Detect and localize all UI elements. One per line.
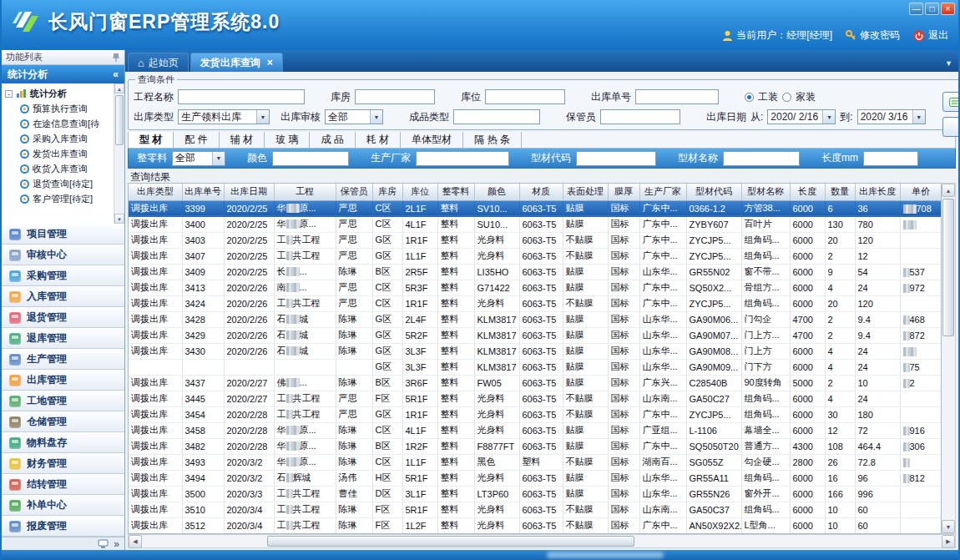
horizontal-scrollbar[interactable]: ◀ ▶: [128, 534, 956, 548]
material-tab-1[interactable]: 型 材: [129, 132, 174, 148]
logout-button[interactable]: 退出: [913, 28, 948, 43]
table-row[interactable]: G区3L3F整料KLM38176063-T5贴膜国标山东华...GA90M09.…: [129, 359, 942, 375]
column-header[interactable]: 工程: [274, 184, 336, 200]
minimize-button[interactable]: —: [909, 3, 923, 15]
sidebar-module-12[interactable]: 财务管理: [2, 453, 124, 474]
table-row[interactable]: 调拨出库34452020/2/27工共工程严思F区5R1F整料光身料6063-T…: [129, 391, 942, 406]
color-input[interactable]: [272, 151, 349, 166]
scroll-down-icon[interactable]: ▼: [114, 214, 124, 224]
chevrons-right-icon[interactable]: »: [114, 538, 119, 550]
tree-item-6[interactable]: 退货查询[待定]: [5, 176, 113, 191]
sidebar-module-5[interactable]: 退货管理: [2, 307, 124, 328]
whole-part-select[interactable]: 全部 ▼: [172, 151, 225, 166]
tab-start-page[interactable]: ⌂ 起始页: [128, 53, 189, 72]
table-row[interactable]: 调拨出库34932020/3/2华原...陈琳C区1L1F整料黑色塑料不贴膜国标…: [129, 454, 942, 470]
tab-overflow-icon[interactable]: ▼: [945, 59, 952, 68]
scroll-up-icon[interactable]: ▲: [942, 184, 955, 197]
pin-icon[interactable]: [112, 53, 120, 63]
column-header[interactable]: 膜厚: [608, 184, 639, 200]
maximize-button[interactable]: □: [925, 3, 939, 15]
column-header[interactable]: 出库长度: [855, 184, 900, 200]
sidebar-module-3[interactable]: 采购管理: [2, 265, 124, 286]
tree-item-2[interactable]: 在途信息查询[待: [5, 116, 113, 131]
sidebar-module-4[interactable]: 入库管理: [2, 286, 124, 307]
tab-close-icon[interactable]: ×: [267, 57, 273, 68]
order-no-input[interactable]: [635, 89, 719, 104]
column-header[interactable]: 型材名称: [741, 184, 790, 200]
sidebar-module-10[interactable]: 仓储管理: [2, 411, 124, 432]
date-to-select[interactable]: 2020/ 3/16 ▼: [857, 109, 926, 124]
table-row[interactable]: 调拨出库35002020/3/3工共工程曹佳D区3L1F整料LT3P606063…: [129, 486, 942, 502]
table-row[interactable]: 调拨出库34942020/3/2石辉城汤伟H区5R1F整料光身料6063-T5贴…: [129, 470, 942, 486]
change-password-link[interactable]: 修改密码: [846, 28, 900, 43]
table-row[interactable]: 调拨出库34092020/2/25长...陈琳B区2R5F整料LI35HO606…: [129, 264, 942, 280]
column-header[interactable]: 整零料: [437, 184, 474, 200]
warehouse-input[interactable]: [355, 89, 435, 104]
sidebar-module-11[interactable]: 物料盘存: [2, 432, 124, 453]
h-scroll-thumb[interactable]: [267, 536, 634, 547]
tree-item-4[interactable]: 发货出库查询: [5, 146, 113, 161]
date-from-select[interactable]: 2020/ 2/16 ▼: [767, 109, 836, 124]
table-row[interactable]: 调拨出库35102020/3/4工共工程陈琳F区5R1F整料光身料6063-T5…: [129, 502, 942, 517]
scroll-left-icon[interactable]: ◀: [129, 535, 142, 548]
sidebar-module-15[interactable]: 报废管理: [2, 516, 124, 537]
table-row[interactable]: 调拨出库34302020/2/26石城陈琳G区3L3F整料KLM38176063…: [129, 343, 942, 359]
workwear-radio[interactable]: [745, 93, 754, 102]
table-row[interactable]: 调拨出库33992020/2/25华原...严思C区2L1F整料SV10...6…: [129, 200, 942, 216]
scroll-up-icon[interactable]: ▲: [114, 83, 124, 93]
material-tab-7[interactable]: 单体型材: [401, 132, 463, 148]
scroll-down-icon[interactable]: ▼: [942, 520, 955, 533]
column-header[interactable]: 表面处理: [563, 184, 608, 200]
close-button[interactable]: ×: [941, 3, 955, 15]
table-row[interactable]: 调拨出库34282020/2/26石城陈琳G区2L4F整料KLM38176063…: [129, 311, 942, 327]
project-name-input[interactable]: [178, 89, 305, 104]
table-row[interactable]: 调拨出库34542020/2/28工共工程严思G区1R1F整料光身料6063-T…: [129, 406, 942, 422]
column-header[interactable]: 型材代码: [686, 184, 741, 200]
manufacturer-input[interactable]: [416, 151, 509, 166]
tree-scroll-thumb[interactable]: [115, 95, 124, 145]
panel-collapse-icon[interactable]: «: [113, 68, 119, 80]
column-header[interactable]: 保管员: [336, 184, 372, 200]
column-header[interactable]: 单价: [900, 184, 942, 200]
scroll-right-icon[interactable]: ▶: [942, 535, 955, 548]
tree-item-3[interactable]: 采购入库查询: [5, 131, 113, 146]
material-tab-5[interactable]: 成 品: [310, 132, 355, 148]
sidebar-module-7[interactable]: 生产管理: [2, 349, 124, 370]
tab-shipment-outbound-query[interactable]: 发货出库查询 ×: [190, 53, 283, 72]
sidebar-module-6[interactable]: 退库管理: [2, 328, 124, 349]
outbound-type-select[interactable]: 生产领料出库 ▼: [178, 109, 270, 124]
table-row[interactable]: 调拨出库34032020/2/25工共工程严思G区1R1F整料光身料6063-T…: [129, 232, 942, 248]
keeper-input[interactable]: [600, 109, 680, 124]
sidebar-module-9[interactable]: 工地管理: [2, 391, 124, 411]
tree-item-1[interactable]: 预算执行查询: [5, 101, 113, 116]
product-type-input[interactable]: [453, 109, 540, 124]
v-scroll-track[interactable]: [942, 197, 955, 520]
column-header[interactable]: 材质: [519, 184, 563, 200]
material-tab-2[interactable]: 配 件: [174, 132, 219, 148]
v-scroll-thumb[interactable]: [942, 199, 954, 336]
column-header[interactable]: 生产厂家: [639, 184, 686, 200]
column-header[interactable]: 出库类型: [129, 184, 182, 200]
tree-root-statistics[interactable]: - 统计分析: [5, 86, 113, 101]
column-header[interactable]: 长度: [790, 184, 825, 200]
clear-conditions-button[interactable]: 清空条件: [942, 92, 960, 112]
computer-icon[interactable]: [98, 539, 109, 548]
tree-scrollbar[interactable]: ▲ ▼: [114, 83, 124, 224]
length-input[interactable]: [863, 151, 918, 166]
column-header[interactable]: 库房: [372, 184, 402, 200]
sidebar-module-13[interactable]: 结转管理: [2, 474, 124, 495]
h-scroll-track[interactable]: [142, 535, 942, 547]
material-tab-4[interactable]: 玻 璃: [265, 132, 310, 148]
vertical-scrollbar[interactable]: ▲ ▼: [942, 183, 956, 534]
column-header[interactable]: 数量: [825, 184, 855, 200]
material-tab-8[interactable]: 隔 热 条: [463, 132, 522, 148]
search-button[interactable]: 查 询: [942, 117, 960, 137]
column-header[interactable]: 出库单号: [182, 184, 224, 200]
material-tab-3[interactable]: 辅 材: [220, 132, 265, 148]
table-row[interactable]: 调拨出库34372020/2/27佛...陈琳B区3R6F整料FW056063-…: [129, 375, 942, 391]
table-row[interactable]: 调拨出库34002020/2/25华原...严思C区4L1F整料SU10...6…: [129, 216, 942, 232]
sidebar-module-1[interactable]: 项目管理: [2, 224, 124, 245]
column-header[interactable]: 出库日期: [224, 184, 274, 200]
table-row[interactable]: 调拨出库34242020/2/26工共工程严思C区1R1F整料光身料6063-T…: [129, 295, 942, 311]
profile-code-input[interactable]: [576, 151, 656, 166]
